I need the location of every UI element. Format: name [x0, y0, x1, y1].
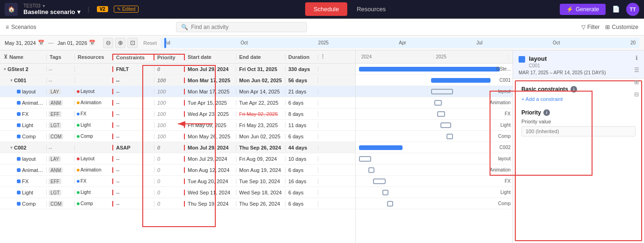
gantt-label: Light [500, 190, 511, 195]
panel-table-icon[interactable]: ⊟ [631, 89, 642, 100]
gantt-bar-outline [446, 134, 453, 139]
cell-resources: Animation [75, 167, 112, 172]
cell-enddate: Mon Jun 02, 2025 [236, 134, 285, 139]
project-title: TEST03 ▾ Baseline scenario ▾ [23, 3, 80, 15]
cell-tags: -- [47, 78, 75, 83]
priority-section: Priority i Priority value [521, 109, 636, 136]
cell-duration: 6 days [285, 167, 318, 173]
table-body: ▾ GStest 2 -- FNLT 0 Mon Jul 29, 2024 Fr… [0, 64, 355, 243]
table-row[interactable]: ▾ C001 -- -- 100 Mon Mar 17, 2025 Mon Ju… [0, 75, 355, 86]
avatar[interactable]: TT [626, 3, 639, 16]
timeline-indicator [164, 38, 166, 48]
gantt-row: Light [356, 187, 512, 198]
priority-value-input[interactable] [521, 126, 636, 136]
gantt-bar-outline [434, 100, 442, 106]
scenarios-toggle[interactable]: ≡ Scenarios [6, 24, 36, 30]
gantt-years: 2024 2025 [359, 54, 509, 59]
table-row[interactable]: ▾ C002 -- ASAP 0 Mon Jul 29, 2024 Thu Se… [0, 142, 355, 153]
table-row[interactable]: Comp COM Comp -- 100 Mon May 26, 2025 Mo… [0, 131, 355, 142]
table-row[interactable]: Light LGT Light -- 0 Wed Sep 11, 2024 We… [0, 187, 355, 198]
table-row[interactable]: Comp COM Comp -- 0 Thu Sep 19, 2024 Thu … [0, 198, 355, 209]
gantt-label: C001 [499, 78, 511, 83]
filter-button[interactable]: ▽ Filter [581, 24, 600, 30]
gantt-row: Animation [356, 164, 512, 176]
gantt-section: 2024 2025 GSte... C001 layout Animation … [356, 50, 513, 243]
gantt-row: layout [356, 153, 512, 164]
cell-resources: Light [75, 190, 112, 195]
cell-startdate: Tue Apr 15, 2025 [185, 100, 236, 106]
scenario-name[interactable]: Baseline scenario ▾ [23, 8, 80, 15]
zoom-fit-button[interactable]: ⊡ [127, 38, 138, 48]
zoom-in-button[interactable]: ⊕ [115, 38, 125, 48]
cell-duration: 10 days [285, 156, 318, 162]
nav-schedule-button[interactable]: Schedule [305, 2, 347, 16]
cell-resources: Comp [75, 201, 112, 206]
end-date-input[interactable]: Jan 01, 2026 📅 [58, 40, 96, 46]
end-calendar-icon[interactable]: 📅 [89, 40, 95, 46]
gantt-row: Animation [356, 97, 512, 108]
cell-startdate: Mon May 26, 2025 [185, 134, 236, 139]
panel-grid-icon[interactable]: ⊞ [631, 77, 642, 88]
timeline-labels: Jul Oct 2025 Apr Jul Oct 20 [161, 40, 639, 45]
col-header-enddate: End date [236, 54, 285, 60]
gantt-bar-outline [387, 201, 393, 207]
table-row[interactable]: Animation ANM Animation -- 0 Mon Aug 12,… [0, 164, 355, 176]
nav-resources-button[interactable]: Resources [349, 3, 393, 15]
table-row[interactable]: ▾ GStest 2 -- FNLT 0 Mon Jul 29, 2024 Fr… [0, 64, 355, 75]
col-header-resources: Resources [75, 54, 112, 60]
panel-content: Basic constraints i + Add a constraint P… [515, 80, 642, 241]
gantt-row: FX [356, 108, 512, 120]
gantt-bar-outline [373, 179, 386, 184]
cell-enddate: Fri Aug 09, 2024 [236, 156, 285, 162]
priority-info-icon[interactable]: i [543, 109, 550, 116]
generate-button[interactable]: ⚡ Generate [560, 4, 606, 15]
reset-button[interactable]: Reset [143, 40, 157, 46]
table-header: ⊻ Name Tags Resources Constraints Priori… [0, 50, 355, 64]
cell-tags: -- [47, 66, 75, 72]
panel-info-icon[interactable]: ℹ [631, 52, 642, 64]
table-row[interactable]: FX EFF FX -- 100 Wed Apr 23, 2025 Fri Ma… [0, 108, 355, 120]
gantt-bar-outline [440, 122, 451, 128]
col-header-constraints: Constraints [112, 54, 154, 60]
search-box[interactable]: 🔍 [176, 22, 307, 32]
zoom-out-button[interactable]: ⊖ [103, 38, 113, 48]
cell-duration: 44 days [285, 145, 318, 150]
cell-constraints: -- [112, 201, 154, 207]
cell-name: Light [0, 190, 47, 195]
home-button[interactable]: 🏠 [5, 3, 18, 16]
table-row[interactable]: layout LAY Layout -- 0 Mon Jul 29, 2024 … [0, 153, 355, 164]
panel-list-icon[interactable]: ☰ [631, 64, 642, 76]
cell-priority: 100 [154, 122, 185, 128]
basic-constraints-info-icon[interactable]: i [571, 86, 577, 93]
cell-enddate: Wed Sep 18, 2024 [236, 190, 285, 195]
cell-tags: ANM [47, 167, 75, 173]
gantt-bar [359, 145, 403, 150]
add-constraint-button[interactable]: + Add a constraint [521, 96, 636, 102]
cell-tags: LAY [47, 156, 75, 162]
customize-button[interactable]: ⊞ Customize [605, 24, 638, 30]
cell-startdate: Wed Sep 11, 2024 [185, 190, 236, 195]
table-row[interactable]: Light LGT Light -- 100 Fri May 09, 2025 … [0, 120, 355, 131]
cell-resources: Layout [75, 156, 112, 161]
cell-duration: 56 days [285, 78, 318, 83]
cell-duration: 8 days [285, 111, 318, 117]
table-row[interactable]: Animation ANM Animation -- 100 Tue Apr 1… [0, 97, 355, 108]
cell-constraints: -- [112, 122, 154, 128]
gantt-label: layout [498, 156, 511, 161]
gantt-row: C002 [356, 142, 512, 153]
main-nav: Schedule Resources [305, 2, 393, 16]
search-input[interactable] [191, 24, 302, 30]
priority-label: Priority i [521, 109, 636, 116]
start-date-input[interactable]: May 31, 2024 📅 [5, 40, 44, 46]
start-calendar-icon[interactable]: 📅 [38, 40, 44, 46]
search-icon: 🔍 [181, 24, 188, 30]
cell-constraints: -- [112, 190, 154, 195]
cell-resources: Light [75, 122, 112, 128]
cell-enddate: Fri May 02, 2025 [236, 111, 285, 117]
cell-enddate: Thu Sep 26, 2024 [236, 201, 285, 207]
table-row[interactable]: layout LAY Layout -- 100 Mon Mar 17, 202… [0, 86, 355, 97]
cell-resources: Layout [75, 89, 112, 94]
export-button[interactable]: 📄 [609, 3, 622, 16]
gantt-row: Comp [356, 198, 512, 209]
table-row[interactable]: FX EFF FX -- 0 Tue Aug 20, 2024 Tue Sep … [0, 176, 355, 187]
